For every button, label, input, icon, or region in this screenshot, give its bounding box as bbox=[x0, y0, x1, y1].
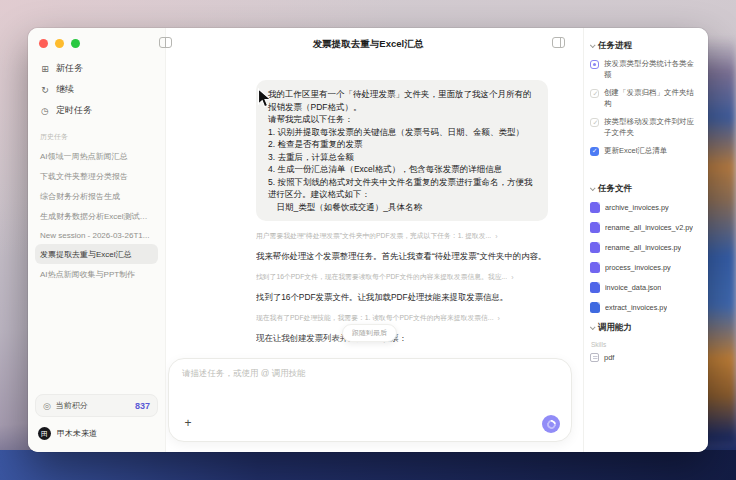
file-item[interactable]: rename_all_invoices_v2.py bbox=[590, 222, 700, 233]
file-name: archive_invoices.py bbox=[605, 203, 669, 212]
task-panel: 任务进程 按发票类型分类统计各类金额 创建「发票归档」文件夹结构 bbox=[583, 28, 708, 452]
sidebar-nav-item[interactable]: ◷ 定时任务 bbox=[35, 100, 158, 121]
panel-toggle-icon[interactable] bbox=[552, 37, 565, 48]
user-message-line: 2. 检查是否有重复的发票 bbox=[268, 138, 536, 151]
credits-label: 当前积分 bbox=[56, 400, 88, 411]
history-list: AI领域一周热点新闻汇总 下载文件夹整理分类报告 综合财务分析报告生成 生成财务… bbox=[35, 146, 158, 284]
message-text: 现在我有了PDF处理技能，我需要：1. 读取每个PDF文件的内容来提取发票信..… bbox=[256, 313, 494, 323]
follow-latest-button[interactable]: 跟随到最后 bbox=[342, 324, 397, 342]
files-list: archive_invoices.py rename_all_invoices_… bbox=[590, 202, 700, 313]
expand-chevron-icon: › bbox=[495, 233, 497, 240]
message-text: 找到了16个PDF文件，现在我需要读取每个PDF文件的内容来提取发票信息。我应.… bbox=[256, 272, 507, 282]
desktop-wallpaper: 发票提取去重与Excel汇总 ⊞ 新任务 ↻ 继续 bbox=[0, 0, 736, 480]
progress-item-label: 更新Excel汇总清单 bbox=[604, 146, 667, 157]
history-item[interactable]: 下载文件夹整理分类报告 bbox=[35, 166, 158, 186]
user-message-line: 3. 去重后，计算总金额 bbox=[268, 151, 536, 164]
history-item[interactable]: AI热点新闻收集与PPT制作 bbox=[35, 264, 158, 284]
chevron-down-icon bbox=[590, 324, 596, 330]
sidebar-nav-item[interactable]: ↻ 继续 bbox=[35, 79, 158, 100]
nav-item-label: 继续 bbox=[56, 83, 74, 96]
progress-section-header[interactable]: 任务进程 bbox=[590, 40, 700, 52]
file-name: process_invoices.py bbox=[605, 263, 671, 272]
chat-area: 我的工作区里有一个「待处理发票」文件夹，里面放了我这个月所有的报销发票（PDF格… bbox=[166, 28, 583, 452]
message-text: 我来帮你处理这个发票整理任务。首先让我查看“待处理发票”文件夹中的内容。 bbox=[256, 251, 544, 262]
file-item[interactable]: process_invoices.py bbox=[590, 262, 700, 273]
history-item[interactable]: 发票提取去重与Excel汇总 bbox=[35, 244, 158, 264]
progress-item-label: 按发票类型分类统计各类金额 bbox=[604, 59, 700, 80]
file-item[interactable]: archive_invoices.py bbox=[590, 202, 700, 213]
task-input[interactable]: 请描述任务，或使用 @ 调用技能 + bbox=[168, 358, 572, 442]
window-title: 发票提取去重与Excel汇总 bbox=[313, 38, 423, 51]
user-name: 甲木未来道 bbox=[57, 428, 97, 439]
user-message-line: 日期_类型（如餐饮或交通）_具体名称 bbox=[268, 201, 536, 214]
progress-title: 任务进程 bbox=[598, 40, 632, 52]
user-message-line: 请帮我完成以下任务： bbox=[268, 113, 536, 126]
skills-group-label: Skills bbox=[591, 341, 700, 348]
file-item[interactable]: rename_all_invoices.py bbox=[590, 242, 700, 253]
assistant-messages: 用户需要我处理“待处理发票”文件夹中的PDF发票，完成以下任务：1. 提取发..… bbox=[256, 231, 548, 344]
file-item[interactable]: extract_invoices.py bbox=[590, 302, 700, 313]
assistant-message[interactable]: 我来帮你处理这个发票整理任务。首先让我查看“待处理发票”文件夹中的内容。 bbox=[256, 251, 548, 262]
file-icon bbox=[590, 242, 600, 253]
skills-title: 调用能力 bbox=[598, 322, 632, 334]
nav-item-icon: ◷ bbox=[40, 106, 50, 116]
nav-item-label: 新任务 bbox=[56, 62, 83, 75]
sidebar-nav-item[interactable]: ⊞ 新任务 bbox=[35, 58, 158, 79]
wallpaper-bottom-band bbox=[0, 450, 736, 480]
user-message-line: 5. 按照下划线的格式对文件夹中文件名重复的发票进行重命名，方便我进行区分。建议… bbox=[268, 176, 536, 201]
message-text: 找到了16个PDF发票文件。让我加载PDF处理技能来提取发票信息。 bbox=[256, 292, 508, 303]
progress-item: 按发票类型分类统计各类金额 bbox=[590, 59, 700, 80]
zoom-button[interactable] bbox=[71, 39, 80, 48]
file-icon bbox=[590, 202, 600, 213]
message-text: 用户需要我处理“待处理发票”文件夹中的PDF发票，完成以下任务：1. 提取发..… bbox=[256, 231, 491, 241]
progress-list: 按发票类型分类统计各类金额 创建「发票归档」文件夹结构 按类型移动发票文件到对应… bbox=[590, 59, 700, 157]
assistant-message[interactable]: 找到了16个PDF发票文件。让我加载PDF处理技能来提取发票信息。 bbox=[256, 292, 548, 303]
task-status-icon bbox=[590, 147, 599, 156]
file-item[interactable]: invoice_data.json bbox=[590, 282, 700, 293]
assistant-message[interactable]: 现在我有了PDF处理技能，我需要：1. 读取每个PDF文件的内容来提取发票信..… bbox=[256, 313, 548, 323]
user-message-line: 1. 识别并提取每张发票的关键信息（发票号码、日期、金额、类型） bbox=[268, 126, 536, 139]
app-window: 发票提取去重与Excel汇总 ⊞ 新任务 ↻ 继续 bbox=[28, 28, 708, 452]
file-name: invoice_data.json bbox=[605, 283, 661, 292]
close-button[interactable] bbox=[39, 39, 48, 48]
user-message: 我的工作区里有一个「待处理发票」文件夹，里面放了我这个月所有的报销发票（PDF格… bbox=[256, 80, 548, 221]
minimize-button[interactable] bbox=[55, 39, 64, 48]
mouse-cursor bbox=[257, 88, 272, 109]
skills-section-header[interactable]: 调用能力 bbox=[590, 322, 700, 334]
sidebar-nav: ⊞ 新任务 ↻ 继续 ◷ 定时任务 bbox=[35, 58, 158, 121]
user-message-line: 4. 生成一份汇总清单（Excel格式），包含每张发票的详细信息 bbox=[268, 163, 536, 176]
chevron-down-icon bbox=[590, 42, 596, 48]
skills-list: pdf bbox=[590, 353, 700, 362]
credits-pill[interactable]: ◎ 当前积分 837 bbox=[35, 394, 158, 417]
history-section-label: 历史任务 bbox=[40, 132, 153, 142]
file-name: extract_invoices.py bbox=[605, 303, 667, 312]
credits-icon: ◎ bbox=[43, 401, 51, 411]
task-status-icon bbox=[590, 89, 599, 98]
input-placeholder: 请描述任务，或使用 @ 调用技能 bbox=[182, 368, 306, 380]
progress-item: 更新Excel汇总清单 bbox=[590, 146, 700, 157]
user-account[interactable]: 田 甲木未来道 bbox=[38, 427, 155, 440]
history-item[interactable]: New session - 2026-03-26T1... bbox=[35, 226, 158, 244]
avatar: 田 bbox=[38, 427, 51, 440]
skill-item[interactable]: pdf bbox=[590, 353, 700, 362]
nav-item-icon: ⊞ bbox=[40, 64, 50, 74]
history-item[interactable]: 综合财务分析报告生成 bbox=[35, 186, 158, 206]
traffic-lights bbox=[39, 39, 80, 48]
files-title: 任务文件 bbox=[598, 183, 632, 195]
nav-item-label: 定时任务 bbox=[56, 104, 92, 117]
attach-plus-button[interactable]: + bbox=[180, 416, 196, 432]
sidebar-toggle-icon[interactable] bbox=[159, 37, 172, 48]
assistant-message[interactable]: 找到了16个PDF文件，现在我需要读取每个PDF文件的内容来提取发票信息。我应.… bbox=[256, 272, 548, 282]
history-item[interactable]: AI领域一周热点新闻汇总 bbox=[35, 146, 158, 166]
history-item[interactable]: 生成财务数据分析Excel测试数据 bbox=[35, 206, 158, 226]
skill-name: pdf bbox=[604, 353, 614, 362]
assistant-message[interactable]: 用户需要我处理“待处理发票”文件夹中的PDF发票，完成以下任务：1. 提取发..… bbox=[256, 231, 548, 241]
send-button[interactable] bbox=[542, 415, 560, 433]
progress-item-label: 创建「发票归档」文件夹结构 bbox=[604, 88, 700, 109]
progress-item-label: 按类型移动发票文件到对应子文件夹 bbox=[604, 117, 700, 138]
files-section-header[interactable]: 任务文件 bbox=[590, 183, 700, 195]
task-status-icon bbox=[590, 118, 599, 127]
expand-chevron-icon: › bbox=[511, 274, 513, 281]
file-icon bbox=[590, 302, 600, 313]
expand-chevron-icon: › bbox=[498, 315, 500, 322]
